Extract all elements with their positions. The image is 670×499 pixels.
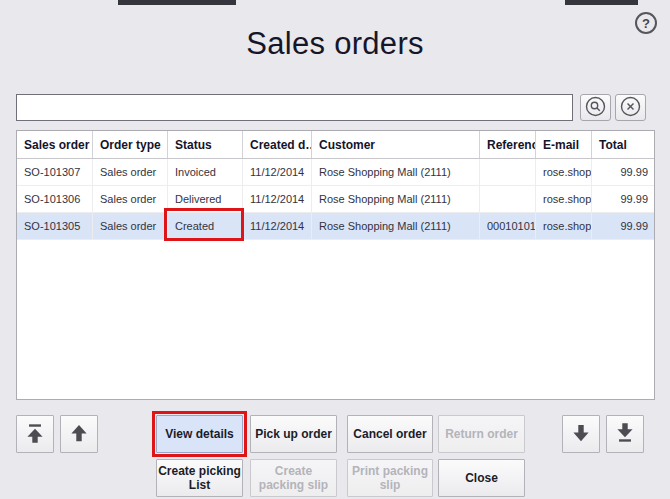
cell-email: rose.shoppi… xyxy=(536,213,592,239)
column-header-total[interactable]: Total xyxy=(592,131,654,158)
cell-reference xyxy=(480,186,536,212)
create-picking-list-button[interactable]: Create picking List xyxy=(156,459,243,497)
top-bar-fragment-right xyxy=(565,0,638,5)
pick-up-order-button[interactable]: Pick up order xyxy=(250,415,337,453)
column-header-created-date[interactable]: Created d… xyxy=(243,131,312,158)
cell-reference xyxy=(480,159,536,185)
arrow-up-to-top-icon xyxy=(22,420,48,449)
search-icon xyxy=(584,95,607,121)
cell-customer: Rose Shopping Mall (2111) xyxy=(312,186,480,212)
cell-total: 99.99 xyxy=(592,213,654,239)
column-header-reference[interactable]: Reference xyxy=(480,131,536,158)
cell-status: Created xyxy=(168,213,243,239)
cell-sales-order: SO-101305 xyxy=(17,213,93,239)
scroll-to-bottom-button[interactable] xyxy=(606,415,644,453)
view-details-button[interactable]: View details xyxy=(156,415,243,453)
arrow-down-to-bottom-icon xyxy=(612,420,638,449)
scroll-up-button[interactable] xyxy=(60,415,98,453)
column-header-sales-order[interactable]: Sales order xyxy=(17,131,93,158)
cell-total: 99.99 xyxy=(592,186,654,212)
cell-sales-order: SO-101306 xyxy=(17,186,93,212)
arrow-down-icon xyxy=(568,420,594,449)
cell-customer: Rose Shopping Mall (2111) xyxy=(312,213,480,239)
page-title: Sales orders xyxy=(0,26,670,62)
clear-search-button[interactable] xyxy=(615,94,646,121)
cell-created-date: 11/12/2014 xyxy=(243,186,312,212)
x-circle-icon xyxy=(619,95,642,121)
cell-total: 99.99 xyxy=(592,159,654,185)
cell-customer: Rose Shopping Mall (2111) xyxy=(312,159,480,185)
create-packing-slip-button[interactable]: Create packing slip xyxy=(250,459,337,497)
scroll-down-button[interactable] xyxy=(562,415,600,453)
cell-created-date: 11/12/2014 xyxy=(243,213,312,239)
cell-order-type: Sales order xyxy=(93,213,168,239)
cell-email: rose.shoppi… xyxy=(536,159,592,185)
table-header-row: Sales order Order type Status Created d…… xyxy=(17,131,654,159)
print-packing-slip-button[interactable]: Print packing slip xyxy=(347,459,433,497)
column-header-customer[interactable]: Customer xyxy=(312,131,480,158)
top-bar-fragment-left xyxy=(118,0,236,5)
cell-reference: 0001010130… xyxy=(480,213,536,239)
search-button[interactable] xyxy=(580,94,611,121)
cancel-order-button[interactable]: Cancel order xyxy=(347,415,433,453)
help-button[interactable]: ? xyxy=(635,12,657,34)
cell-order-type: Sales order xyxy=(93,159,168,185)
arrow-up-icon xyxy=(66,420,92,449)
cell-status: Delivered xyxy=(168,186,243,212)
search-input[interactable] xyxy=(16,94,573,121)
table-row[interactable]: SO-101307 Sales order Invoiced 11/12/201… xyxy=(17,159,654,186)
cell-sales-order: SO-101307 xyxy=(17,159,93,185)
column-header-status[interactable]: Status xyxy=(168,131,243,158)
return-order-button[interactable]: Return order xyxy=(438,415,525,453)
column-header-email[interactable]: E-mail xyxy=(536,131,592,158)
table-row-selected[interactable]: SO-101305 Sales order Created 11/12/2014… xyxy=(17,213,654,240)
table-row[interactable]: SO-101306 Sales order Delivered 11/12/20… xyxy=(17,186,654,213)
cell-email: rose.shoppi… xyxy=(536,186,592,212)
scroll-to-top-button[interactable] xyxy=(16,415,54,453)
cell-created-date: 11/12/2014 xyxy=(243,159,312,185)
close-button[interactable]: Close xyxy=(438,459,525,497)
help-icon: ? xyxy=(642,16,650,31)
cell-order-type: Sales order xyxy=(93,186,168,212)
cell-status: Invoiced xyxy=(168,159,243,185)
sales-orders-table: Sales order Order type Status Created d…… xyxy=(16,130,655,400)
column-header-order-type[interactable]: Order type xyxy=(93,131,168,158)
